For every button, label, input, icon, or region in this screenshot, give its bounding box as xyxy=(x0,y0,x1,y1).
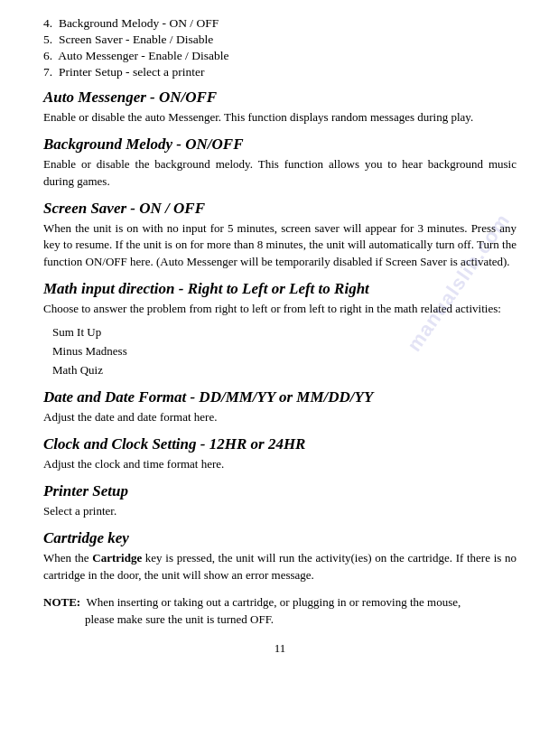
section-body-math-input: Choose to answer the problem from right … xyxy=(43,301,516,318)
section-title-cartridge-key: Cartridge key xyxy=(43,529,516,547)
note-line2: please make sure the unit is turned OFF. xyxy=(43,611,516,629)
note-label: NOTE: xyxy=(43,595,80,609)
section-title-printer-setup: Printer Setup xyxy=(43,482,516,500)
section-printer-setup: Printer Setup Select a printer. xyxy=(43,482,516,520)
section-date-format: Date and Date Format - DD/MM/YY or MM/DD… xyxy=(43,388,516,426)
section-body-printer-setup: Select a printer. xyxy=(43,503,516,520)
section-body-screen-saver: When the unit is on with no input for 5 … xyxy=(43,220,516,272)
section-cartridge-key: Cartridge key When the Cartridge key is … xyxy=(43,529,516,584)
section-title-math-input: Math input direction - Right to Left or … xyxy=(43,280,516,298)
list-item-4: 4. Background Melody - ON / OFF xyxy=(43,16,516,31)
list-item-5: 5. Screen Saver - Enable / Disable xyxy=(43,33,516,47)
section-body-date-format: Adjust the date and date format here. xyxy=(43,409,516,426)
section-title-auto-messenger: Auto Messenger - ON/OFF xyxy=(43,89,516,107)
section-body-cartridge-key: When the Cartridge key is pressed, the u… xyxy=(43,550,516,584)
section-auto-messenger: Auto Messenger - ON/OFF Enable or disabl… xyxy=(43,89,516,126)
math-sublist: Sum It Up Minus Madness Math Quiz xyxy=(52,323,516,379)
section-math-input: Math input direction - Right to Left or … xyxy=(43,280,516,379)
section-title-background-melody: Background Melody - ON/OFF xyxy=(43,135,516,154)
note-block: NOTE: When inserting or taking out a car… xyxy=(43,593,516,629)
sublist-item-2: Minus Madness xyxy=(52,342,516,361)
section-body-clock-setting: Adjust the clock and time format here. xyxy=(43,456,516,473)
page-number: 11 xyxy=(43,641,516,656)
note-line1: When inserting or taking out a cartridge… xyxy=(86,595,461,609)
numbered-list: 4. Background Melody - ON / OFF 5. Scree… xyxy=(43,16,516,79)
section-title-date-format: Date and Date Format - DD/MM/YY or MM/DD… xyxy=(43,388,516,406)
section-title-screen-saver: Screen Saver - ON / OFF xyxy=(43,200,516,218)
sublist-item-3: Math Quiz xyxy=(52,361,516,380)
sublist-item-1: Sum It Up xyxy=(52,323,516,342)
section-screen-saver: Screen Saver - ON / OFF When the unit is… xyxy=(43,200,516,272)
section-clock-setting: Clock and Clock Setting - 12HR or 24HR A… xyxy=(43,435,516,473)
list-item-6: 6. Auto Messenger - Enable / Disable xyxy=(43,49,516,63)
section-title-clock-setting: Clock and Clock Setting - 12HR or 24HR xyxy=(43,435,516,453)
section-body-background-melody: Enable or disable the background melody.… xyxy=(43,156,516,191)
section-background-melody: Background Melody - ON/OFF Enable or dis… xyxy=(43,135,516,191)
section-body-auto-messenger: Enable or disable the auto Messenger. Th… xyxy=(43,109,516,126)
list-item-7: 7. Printer Setup - select a printer xyxy=(43,65,516,79)
